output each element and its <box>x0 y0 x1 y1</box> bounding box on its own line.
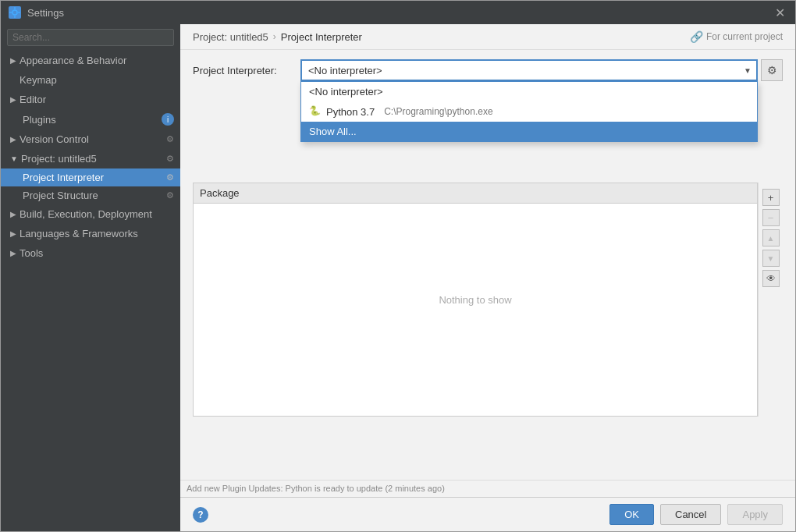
sidebar-item-label: Plugins <box>23 114 56 126</box>
arrow-icon: ▶ <box>10 95 16 104</box>
plugins-badge: i <box>162 113 174 126</box>
sidebar-item-project-structure[interactable]: Project Structure ⚙ <box>1 186 180 204</box>
close-button[interactable]: ✕ <box>772 5 787 20</box>
sidebar-item-label: Project Interpreter <box>23 172 104 183</box>
svg-rect-1 <box>14 7 15 9</box>
remove-package-button[interactable]: − <box>762 209 780 226</box>
arrow-icon: ▶ <box>10 249 16 257</box>
sidebar-item-editor[interactable]: ▶ Editor <box>1 90 180 109</box>
apply-button[interactable]: Apply <box>727 504 783 525</box>
interpreter-label: Project Interpreter: <box>193 65 294 76</box>
for-current-text: For current project <box>706 31 783 42</box>
arrow-icon: ▶ <box>10 56 16 65</box>
sidebar-item-label: Appearance & Behavior <box>20 55 126 66</box>
sidebar-item-project-interpreter[interactable]: Project Interpreter ⚙ <box>1 168 180 186</box>
structure-icon: ⚙ <box>166 190 174 200</box>
option-label: Show All... <box>309 126 357 137</box>
sidebar-item-tools[interactable]: ▶ Tools <box>1 243 180 263</box>
breadcrumb-separator: › <box>273 31 276 42</box>
for-current-project: 🔗 For current project <box>690 30 783 43</box>
svg-rect-2 <box>14 16 15 18</box>
down-button[interactable]: ▼ <box>762 250 780 267</box>
sidebar-item-appearance[interactable]: ▶ Appearance & Behavior <box>1 51 180 70</box>
up-button[interactable]: ▲ <box>762 229 780 246</box>
search-box <box>1 24 180 51</box>
title-bar: Settings ✕ <box>1 1 795 24</box>
title-bar-left: Settings <box>9 6 64 19</box>
arrow-icon: ▶ <box>10 135 16 144</box>
help-button[interactable]: ? <box>193 507 208 523</box>
arrow-down-icon: ▼ <box>10 154 18 163</box>
settings-app-icon <box>9 6 21 19</box>
dropdown-option-no-interpreter[interactable]: <No interpreter> <box>301 82 757 101</box>
arrow-icon: ▶ <box>10 210 16 218</box>
interpreter-settings-button[interactable]: ⚙ <box>761 59 783 81</box>
python-icon: 🐍 <box>309 105 322 118</box>
svg-rect-4 <box>18 12 20 12</box>
option-label: <No interpreter> <box>309 86 383 98</box>
sidebar-item-languages[interactable]: ▶ Languages & Frameworks <box>1 224 180 243</box>
table-container: Package Nothing to show <box>193 183 758 417</box>
table-header: Package <box>194 183 757 204</box>
title-text: Settings <box>27 7 64 19</box>
status-text: Add new Plugin Updates: Python is ready … <box>187 484 445 493</box>
option-label: Python 3.7 <box>326 106 375 118</box>
dropdown-option-python37[interactable]: 🐍 Python 3.7 C:\Programing\python.exe <box>301 101 757 122</box>
sidebar-item-build[interactable]: ▶ Build, Execution, Deployment <box>1 204 180 224</box>
packages-table: Package Nothing to show <box>193 183 758 417</box>
sidebar-item-label: Project Structure <box>23 190 98 201</box>
breadcrumb-bar: Project: untitled5 › Project Interpreter… <box>180 24 795 50</box>
dropdown-container: <No interpreter> ▼ <No interpreter> 🐍 <box>300 59 758 81</box>
project-icon: ⚙ <box>166 154 174 164</box>
ok-button[interactable]: OK <box>609 504 654 525</box>
sidebar-item-label: Editor <box>20 94 46 105</box>
svg-rect-3 <box>9 12 12 12</box>
search-input[interactable] <box>7 29 174 46</box>
add-package-button[interactable]: + <box>762 189 780 206</box>
empty-message: Nothing to show <box>439 294 511 306</box>
interpreter-icon: ⚙ <box>166 172 174 183</box>
interpreter-dropdown-wrapper: <No interpreter> ▼ <No interpreter> 🐍 <box>300 59 758 81</box>
python-path: C:\Programing\python.exe <box>384 106 492 117</box>
breadcrumb-project: Project: untitled5 <box>193 31 268 43</box>
sidebar: ▶ Appearance & Behavior Keymap ▶ Editor … <box>1 24 180 531</box>
sidebar-item-keymap[interactable]: Keymap <box>1 70 180 90</box>
svg-point-0 <box>12 10 17 15</box>
interpreter-row: Project Interpreter: <No interpreter> ▼ … <box>193 59 783 81</box>
sidebar-item-label: Tools <box>20 247 43 259</box>
dropdown-option-show-all[interactable]: Show All... <box>301 122 757 141</box>
sidebar-item-label: Keymap <box>20 74 57 86</box>
sidebar-item-label: Languages & Frameworks <box>20 228 138 239</box>
footer: ? OK Cancel Apply <box>180 497 795 531</box>
sidebar-item-label: Build, Execution, Deployment <box>20 208 152 220</box>
sidebar-item-project[interactable]: ▼ Project: untitled5 ⚙ <box>1 149 180 168</box>
dropdown-popup: <No interpreter> 🐍 Python 3.7 C:\Program… <box>300 81 758 142</box>
version-control-icon: ⚙ <box>166 134 174 144</box>
arrow-icon: ▶ <box>10 229 16 238</box>
right-side-panel: + − ▲ ▼ 👁 <box>758 183 783 417</box>
sidebar-item-label: Project: untitled5 <box>21 153 97 165</box>
selected-value: <No interpreter> <box>308 65 382 76</box>
dialog-body: ▶ Appearance & Behavior Keymap ▶ Editor … <box>1 24 795 531</box>
content-area: Project Interpreter: <No interpreter> ▼ … <box>180 50 795 480</box>
settings-dialog: Settings ✕ ▶ Appearance & Behavior Keyma… <box>0 0 796 532</box>
link-icon: 🔗 <box>690 30 703 43</box>
breadcrumb-current: Project Interpreter <box>281 31 362 43</box>
main-content: Project: untitled5 › Project Interpreter… <box>180 24 795 531</box>
sidebar-item-label: Version Control <box>20 133 89 145</box>
interpreter-dropdown[interactable]: <No interpreter> <box>300 59 758 81</box>
sidebar-item-plugins[interactable]: Plugins i <box>1 109 180 129</box>
sidebar-item-version-control[interactable]: ▶ Version Control ⚙ <box>1 129 180 149</box>
table-section: Package Nothing to show + − ▲ ▼ 👁 <box>193 183 783 417</box>
cancel-button[interactable]: Cancel <box>660 504 721 525</box>
status-bar: Add new Plugin Updates: Python is ready … <box>180 480 795 497</box>
eye-button[interactable]: 👁 <box>762 270 780 287</box>
package-column-header: Package <box>200 187 240 199</box>
